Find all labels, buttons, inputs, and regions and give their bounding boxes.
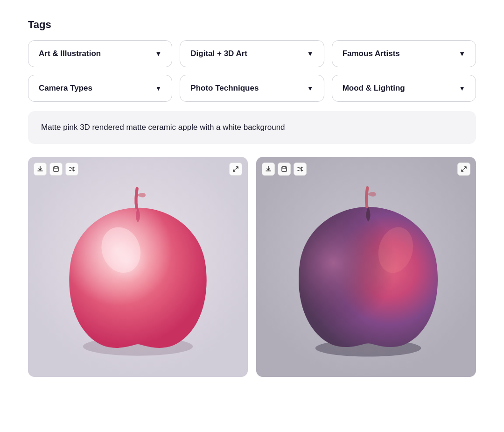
dropdown-label: Famous Artists [343,49,400,58]
expand-button-1[interactable] [229,163,242,176]
dropdown-label: Mood & Lighting [343,84,405,93]
download-button-2[interactable] [262,163,275,176]
chevron-down-icon: ▼ [307,50,314,57]
prompt-text: Matte pink 3D rendered matte ceramic app… [41,123,285,132]
tags-grid: Art & Illustration ▼ Digital + 3D Art ▼ … [28,40,476,102]
dropdown-mood-lighting[interactable]: Mood & Lighting ▼ [332,75,476,102]
dropdown-label: Art & Illustration [39,49,101,58]
tags-label: Tags [28,19,476,31]
image-toolbar-2 [262,163,307,176]
dropdown-digital-3d-art[interactable]: Digital + 3D Art ▼ [180,40,324,67]
dropdown-label: Digital + 3D Art [190,49,247,58]
image-card-2 [256,157,476,377]
download-button-1[interactable] [34,163,47,176]
chevron-down-icon: ▼ [155,50,161,57]
chevron-down-icon: ▼ [307,85,314,92]
dropdown-label: Camera Types [39,84,92,93]
dropdown-famous-artists[interactable]: Famous Artists ▼ [332,40,476,67]
expand-button-2[interactable] [457,163,470,176]
chevron-down-icon: ▼ [459,85,465,92]
image-toolbar-1 [34,163,78,176]
apple-image-1 [28,157,248,377]
save-button-1[interactable] [49,163,63,176]
images-grid [28,157,476,377]
shuffle-button-2[interactable] [294,163,307,176]
chevron-down-icon: ▼ [459,50,465,57]
tags-section: Tags Art & Illustration ▼ Digital + 3D A… [28,19,476,377]
dropdown-art-illustration[interactable]: Art & Illustration ▼ [28,40,172,67]
dropdown-photo-techniques[interactable]: Photo Techniques ▼ [180,75,324,102]
chevron-down-icon: ▼ [155,85,161,92]
apple-image-2 [256,157,476,377]
shuffle-button-1[interactable] [65,163,78,176]
save-button-2[interactable] [278,163,291,176]
dropdown-camera-types[interactable]: Camera Types ▼ [28,75,172,102]
dropdown-label: Photo Techniques [190,84,259,93]
image-card-1 [28,157,248,377]
prompt-bar: Matte pink 3D rendered matte ceramic app… [28,111,476,144]
